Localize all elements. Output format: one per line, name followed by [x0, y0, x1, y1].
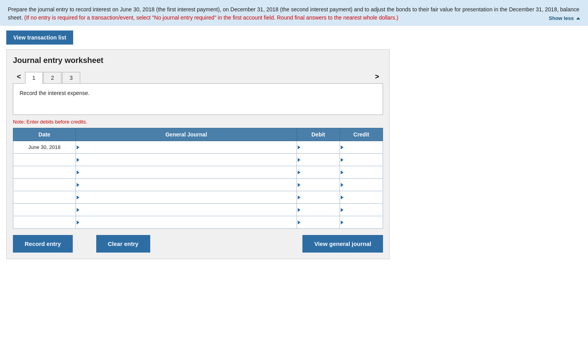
debit-input-6[interactable] [297, 204, 340, 216]
clear-entry-button[interactable]: Clear entry [96, 235, 150, 253]
arrow-icon [298, 170, 300, 174]
col-header-debit: Debit [297, 128, 340, 141]
credit-cell-3[interactable] [340, 166, 383, 179]
arrow-icon [77, 183, 79, 187]
col-header-date: Date [13, 128, 76, 141]
show-less-button[interactable]: Show less [549, 14, 580, 22]
journal-cell-7[interactable] [76, 216, 297, 229]
instruction-red-text: (If no entry is required for a transacti… [24, 14, 398, 21]
arrow-icon [298, 145, 300, 149]
worksheet-title: Journal entry worksheet [13, 56, 383, 65]
debit-input-1[interactable] [297, 141, 340, 153]
arrow-icon [298, 195, 300, 199]
table-row [13, 166, 383, 179]
journal-input-6[interactable] [76, 204, 297, 216]
journal-cell-1[interactable] [76, 141, 297, 154]
table-row [13, 154, 383, 166]
tab-prev-button[interactable]: < [13, 70, 25, 83]
tab-next-button[interactable]: > [371, 70, 383, 83]
journal-cell-6[interactable] [76, 204, 297, 216]
arrow-icon [341, 195, 343, 199]
arrow-icon [77, 221, 79, 224]
debit-input-4[interactable] [297, 179, 340, 191]
debit-input-5[interactable] [297, 191, 340, 203]
tab-3[interactable]: 3 [62, 72, 80, 83]
credit-cell-7[interactable] [340, 216, 383, 229]
credit-cell-1[interactable] [340, 141, 383, 154]
view-transaction-button[interactable]: View transaction list [6, 30, 73, 45]
view-general-journal-button[interactable]: View general journal [302, 235, 383, 253]
credit-input-6[interactable] [340, 204, 383, 216]
worksheet-container: Journal entry worksheet < 1 2 3 > Record… [6, 49, 390, 259]
tab-content: Record the interest expense. [13, 84, 383, 115]
arrow-icon [341, 170, 343, 174]
arrow-icon [77, 208, 79, 212]
debit-cell-5[interactable] [297, 191, 340, 204]
credit-cell-5[interactable] [340, 191, 383, 204]
journal-table: Date General Journal Debit Credit June 3… [13, 128, 383, 229]
debit-input-3[interactable] [297, 166, 340, 178]
arrow-icon [298, 208, 300, 212]
arrow-icon [341, 183, 343, 187]
tab-2[interactable]: 2 [43, 72, 61, 83]
credit-cell-4[interactable] [340, 179, 383, 191]
table-row [13, 191, 383, 204]
credit-input-7[interactable] [340, 216, 383, 228]
credit-input-1[interactable] [340, 141, 383, 153]
table-row: June 30, 2018 [13, 141, 383, 154]
arrow-icon [341, 158, 343, 162]
date-cell-4 [13, 179, 76, 191]
arrow-icon [341, 208, 343, 212]
date-cell-3 [13, 166, 76, 179]
date-cell-5 [13, 191, 76, 204]
debit-cell-1[interactable] [297, 141, 340, 154]
arrow-icon [298, 183, 300, 187]
date-cell-7 [13, 216, 76, 229]
arrow-icon [77, 195, 79, 199]
show-less-arrow-icon [576, 17, 580, 20]
debit-cell-3[interactable] [297, 166, 340, 179]
date-cell-2 [13, 154, 76, 166]
table-row [13, 216, 383, 229]
credit-input-2[interactable] [340, 154, 383, 166]
arrow-icon [298, 221, 300, 224]
journal-input-3[interactable] [76, 166, 297, 178]
credit-input-5[interactable] [340, 191, 383, 203]
journal-input-5[interactable] [76, 191, 297, 203]
show-less-label: Show less [549, 15, 574, 21]
journal-cell-3[interactable] [76, 166, 297, 179]
col-header-credit: Credit [340, 128, 383, 141]
journal-cell-5[interactable] [76, 191, 297, 204]
tab-1[interactable]: 1 [25, 72, 43, 84]
table-row [13, 179, 383, 191]
note-text: Note: Enter debits before credits. [13, 119, 383, 125]
journal-cell-2[interactable] [76, 154, 297, 166]
journal-input-4[interactable] [76, 179, 297, 191]
journal-cell-4[interactable] [76, 179, 297, 191]
tab-content-text: Record the interest expense. [20, 90, 376, 96]
credit-cell-2[interactable] [340, 154, 383, 166]
journal-input-1[interactable] [76, 141, 297, 153]
arrow-icon [341, 145, 343, 149]
action-buttons-row: Record entry Clear entry View general jo… [13, 235, 383, 253]
record-entry-button[interactable]: Record entry [13, 235, 73, 253]
instruction-banner: Prepare the journal entry to record inte… [0, 0, 588, 26]
credit-input-3[interactable] [340, 166, 383, 178]
date-cell-6 [13, 204, 76, 216]
debit-input-2[interactable] [297, 154, 340, 166]
date-cell-1: June 30, 2018 [13, 141, 76, 154]
debit-cell-4[interactable] [297, 179, 340, 191]
tabs-row: < 1 2 3 > [13, 70, 383, 84]
debit-cell-6[interactable] [297, 204, 340, 216]
debit-cell-2[interactable] [297, 154, 340, 166]
table-row [13, 204, 383, 216]
credit-input-4[interactable] [340, 179, 383, 191]
credit-cell-6[interactable] [340, 204, 383, 216]
col-header-journal: General Journal [76, 128, 297, 141]
journal-input-7[interactable] [76, 216, 297, 228]
debit-cell-7[interactable] [297, 216, 340, 229]
journal-input-2[interactable] [76, 154, 297, 166]
arrow-icon [298, 158, 300, 162]
arrow-icon [77, 158, 79, 162]
debit-input-7[interactable] [297, 216, 340, 228]
